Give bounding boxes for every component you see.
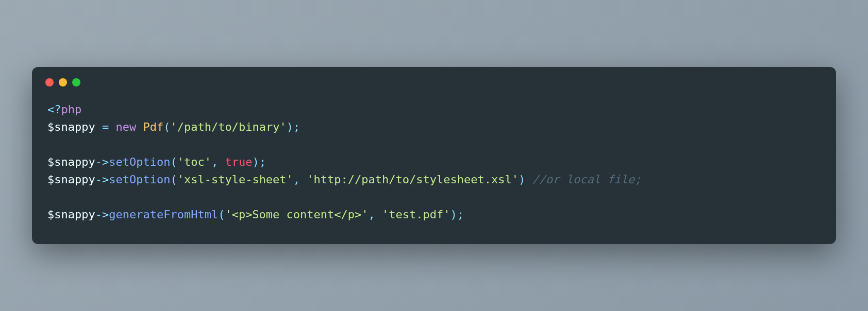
method-call: setOption <box>109 156 170 168</box>
variable: $snappy <box>47 156 95 168</box>
comma: , <box>293 173 307 186</box>
php-keyword: php <box>61 103 82 116</box>
paren: ( <box>218 208 225 221</box>
code-block: <?php $snappy = new Pdf('/path/to/binary… <box>32 87 836 245</box>
php-open-tag: <? <box>47 103 61 116</box>
class-name: Pdf <box>136 120 163 133</box>
operator: = <box>95 120 116 133</box>
paren-close: ); <box>450 208 464 221</box>
comma: , <box>369 208 382 221</box>
string-literal: 'toc' <box>177 156 211 168</box>
code-window: <?php $snappy = new Pdf('/path/to/binary… <box>32 67 836 245</box>
paren-close: ) <box>519 173 525 186</box>
arrow-operator: -> <box>95 208 109 221</box>
string-literal: '<p>Some content</p>' <box>225 208 368 221</box>
string-literal: '/path/to/binary' <box>170 120 286 133</box>
paren-close: ); <box>287 120 301 133</box>
keyword-new: new <box>115 120 136 133</box>
maximize-icon[interactable] <box>72 78 80 87</box>
boolean-literal: true <box>225 156 252 168</box>
comment: //or local file; <box>532 173 641 186</box>
variable: $snappy <box>47 120 95 133</box>
string-literal: 'test.pdf' <box>382 208 450 221</box>
minimize-icon[interactable] <box>59 78 67 87</box>
space <box>525 173 532 186</box>
variable: $snappy <box>47 173 95 186</box>
paren-close: ); <box>252 156 266 168</box>
close-icon[interactable] <box>45 78 54 87</box>
paren: ( <box>170 156 177 168</box>
variable: $snappy <box>47 208 95 221</box>
method-call: setOption <box>109 173 170 186</box>
method-call: generateFromHtml <box>109 208 218 221</box>
window-titlebar <box>32 67 836 87</box>
arrow-operator: -> <box>95 173 109 186</box>
comma: , <box>211 156 225 168</box>
string-literal: 'xsl-style-sheet' <box>177 173 293 186</box>
arrow-operator: -> <box>95 156 109 168</box>
paren: ( <box>163 120 170 133</box>
string-literal: 'http://path/to/stylesheet.xsl' <box>307 173 519 186</box>
paren: ( <box>170 173 177 186</box>
